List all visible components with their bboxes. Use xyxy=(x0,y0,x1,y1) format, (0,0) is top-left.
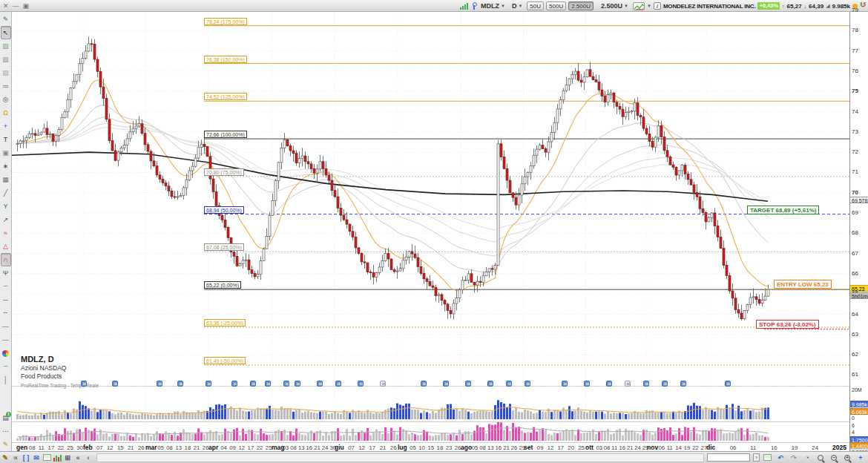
event-marker-icon[interactable] xyxy=(606,381,612,387)
ray-tool[interactable]: — xyxy=(1,333,11,347)
event-marker-icon[interactable] xyxy=(662,381,668,387)
segment-tool[interactable]: — xyxy=(1,320,11,333)
event-marker-icon[interactable] xyxy=(421,381,427,387)
units-500-button[interactable]: 500U xyxy=(546,1,566,10)
screener-icon[interactable] xyxy=(42,453,52,462)
probe-icon[interactable] xyxy=(471,2,476,10)
event-marker-icon[interactable] xyxy=(443,381,449,387)
move-tool[interactable]: + xyxy=(1,119,11,133)
event-marker-icon[interactable] xyxy=(265,381,271,387)
event-marker-icon[interactable] xyxy=(380,381,386,387)
trendline-tool[interactable]: ╱ xyxy=(1,186,11,200)
redo-icon[interactable]: ↷ xyxy=(789,453,799,462)
calendar-go-icon[interactable] xyxy=(762,453,772,462)
event-marker-icon[interactable] xyxy=(680,381,686,387)
restore-icon[interactable]: ▣ xyxy=(23,2,30,10)
ticker-dropdown[interactable]: MDLZ▼ xyxy=(479,1,507,11)
event-marker-icon[interactable] xyxy=(487,381,493,387)
zigzag-tool[interactable]: ≈ xyxy=(1,226,11,240)
event-marker-icon[interactable] xyxy=(112,381,118,387)
text-tool[interactable]: T xyxy=(1,133,11,146)
fib-level-label[interactable]: 65,22 (0,00%) xyxy=(204,281,241,289)
workspace-icon[interactable]: ⊞ xyxy=(62,453,73,462)
event-marker-icon[interactable] xyxy=(335,381,341,387)
fib-level-label[interactable]: 61,49 (-50,00%) xyxy=(204,357,246,364)
delete-tool[interactable]: ▦ xyxy=(1,173,11,186)
goto-date-button[interactable]: › xyxy=(753,453,760,462)
zoom-in-icon[interactable]: + xyxy=(842,453,852,462)
units-dropdown[interactable]: 2.500U▼ xyxy=(599,1,631,11)
trade-stop-label[interactable]: STOP 63,26 (-3,02%) xyxy=(756,320,819,329)
orders-icon[interactable] xyxy=(52,453,62,462)
event-marker-icon[interactable] xyxy=(584,381,590,387)
hline-tool[interactable]: ─ xyxy=(1,293,11,306)
event-marker-icon[interactable] xyxy=(206,381,211,387)
undo-icon[interactable]: ↶ xyxy=(775,453,786,462)
fib-level-label[interactable]: 72,66 (100,00%) xyxy=(204,131,247,138)
event-marker-icon[interactable] xyxy=(643,381,649,387)
share-nodes-icon[interactable]: ∝ xyxy=(10,453,21,462)
key-level-tool[interactable]: Y xyxy=(1,200,11,213)
notes-pencil-icon[interactable]: ✎ xyxy=(0,453,10,462)
collapse-all-icon[interactable]: « xyxy=(73,453,83,462)
event-marker-icon[interactable] xyxy=(358,381,364,387)
color-wheel-tool[interactable] xyxy=(1,347,11,360)
indicator-badge-tool[interactable]: ▤1 xyxy=(1,411,11,424)
brackets-icon[interactable]: [ ] xyxy=(21,453,31,462)
event-marker-icon[interactable] xyxy=(465,381,471,387)
ruler-tool-2[interactable]: ▨ xyxy=(1,53,11,66)
history-icon[interactable]: ◔ xyxy=(802,453,812,462)
event-marker-icon[interactable] xyxy=(525,381,530,387)
zoom-tool[interactable]: ◎ xyxy=(1,93,11,106)
close-icon[interactable]: ✕ xyxy=(3,2,9,10)
minimize-icon[interactable]: — xyxy=(13,2,19,10)
duplicate-tool[interactable]: ▣ xyxy=(1,146,11,160)
fib-level-label[interactable]: 63,36 (-25,00%) xyxy=(204,319,246,326)
arrow-tool[interactable]: ↗ xyxy=(1,213,11,226)
event-marker-icon[interactable] xyxy=(81,381,87,387)
fib-level-label[interactable]: 70,80 (75,00%) xyxy=(204,168,244,176)
zoom-range-icon[interactable] xyxy=(815,453,826,462)
price-axis[interactable]: 7978777675747372717069686766656463626169… xyxy=(849,12,868,451)
alert-tool[interactable]: Ω xyxy=(1,106,11,119)
chart-style-dropdown[interactable]: ▼ xyxy=(647,4,651,8)
fib-level-label[interactable]: 78,24 (175,00%) xyxy=(204,18,247,25)
pattern-tool[interactable]: ∗ xyxy=(1,160,11,173)
fib-level-label[interactable]: 74,52 (125,00%) xyxy=(204,93,247,100)
event-marker-icon[interactable] xyxy=(250,381,256,387)
pan-icon[interactable]: + xyxy=(855,453,866,462)
event-marker-icon[interactable] xyxy=(506,381,512,387)
event-marker-icon[interactable] xyxy=(177,381,183,387)
hline-dotted-tool[interactable]: ┄ xyxy=(1,280,11,293)
event-marker-icon[interactable] xyxy=(562,381,568,387)
event-marker-icon[interactable] xyxy=(283,381,289,387)
zoom-out-icon[interactable]: − xyxy=(829,453,839,462)
fork-tool[interactable]: Ψ xyxy=(1,266,11,280)
trade-target-label[interactable]: TARGET 68,89 (+5,61%) xyxy=(747,206,819,214)
refresh-icon[interactable]: ↻↺ xyxy=(859,1,867,9)
more-tools[interactable]: ⋯ xyxy=(1,424,11,438)
hline-dashed-tool[interactable]: ╌ xyxy=(1,306,11,320)
instrument-info-icon[interactable]: i xyxy=(654,2,661,10)
timeframe-dropdown[interactable]: D▼ xyxy=(510,1,525,11)
triangle-pattern-tool[interactable]: △ xyxy=(1,240,11,253)
ruler-tool-3[interactable]: ▨ xyxy=(1,66,11,79)
chart-style-icon[interactable] xyxy=(633,2,645,10)
event-marker-icon[interactable] xyxy=(157,381,162,387)
chat-icon[interactable]: ✉ xyxy=(31,453,42,462)
trade-entry-label[interactable]: ENTRY LOW 65,23 xyxy=(774,280,832,289)
event-marker-icon[interactable] xyxy=(295,381,300,387)
event-marker-icon[interactable] xyxy=(625,381,631,387)
event-marker-icon[interactable] xyxy=(231,381,237,387)
vline-tool[interactable]: │ xyxy=(1,373,11,387)
cursor-tool[interactable]: ↖ xyxy=(1,26,11,39)
collapse-icon[interactable]: ‹ xyxy=(83,453,93,462)
fib-level-label[interactable]: 76,38 (150,00%) xyxy=(204,56,247,63)
goto-date-input[interactable] xyxy=(707,453,750,462)
event-marker-icon[interactable] xyxy=(317,381,323,387)
annotation-tool[interactable]: ≔ xyxy=(1,79,11,93)
chart-area[interactable]: gen081117222530feb0712152126mar050813182… xyxy=(12,12,849,451)
magnet-tool[interactable]: ∩ xyxy=(1,253,11,266)
vline-dotted-tool[interactable]: ┄ xyxy=(1,360,11,373)
units-2500-button[interactable]: 2.500U xyxy=(568,1,594,10)
